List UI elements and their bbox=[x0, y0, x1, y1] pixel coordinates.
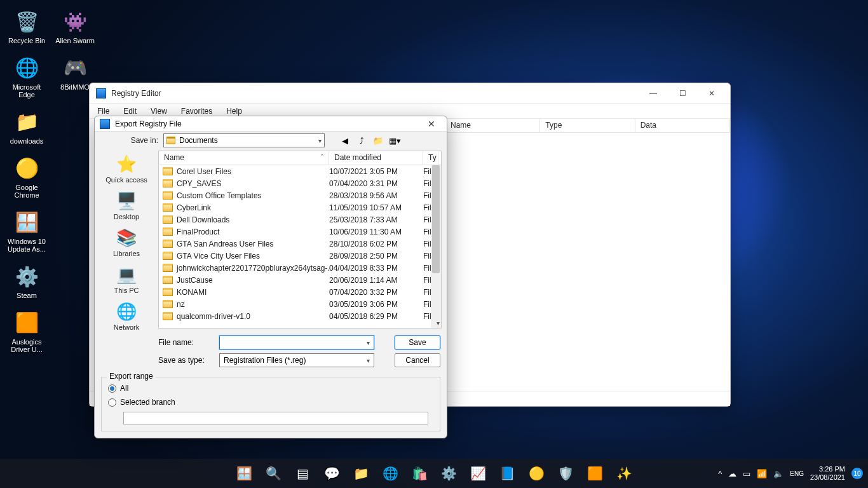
new-folder-button[interactable]: 📁 bbox=[372, 134, 384, 147]
desktop-icon[interactable]: 🗑️Recycle Bin bbox=[4, 8, 50, 45]
tray-battery-icon[interactable]: ▭ bbox=[743, 469, 750, 478]
desktop-icon[interactable]: 👾Alien Swarm bbox=[52, 8, 98, 45]
regedit-col[interactable]: Data bbox=[635, 119, 730, 132]
icon-label: Microsoft Edge bbox=[4, 83, 50, 99]
tray-volume-icon[interactable]: 🔈 bbox=[773, 469, 783, 478]
places-item[interactable]: 🖥️Desktop bbox=[100, 190, 153, 220]
dialog-titlebar[interactable]: Export Registry File ✕ bbox=[95, 116, 447, 132]
list-item[interactable]: JustCause20/06/2019 1:14 AMFil bbox=[159, 274, 441, 286]
column-date[interactable]: Date modified bbox=[329, 151, 423, 165]
list-item[interactable]: CPY_SAVES07/04/2020 3:31 PMFil bbox=[159, 177, 441, 189]
desktop-icon[interactable]: 🟡Google Chrome bbox=[4, 154, 50, 200]
taskbar-start-button[interactable]: 🪟 bbox=[231, 461, 257, 486]
scrollbar-thumb[interactable] bbox=[432, 165, 440, 273]
cancel-button[interactable]: Cancel bbox=[395, 353, 440, 367]
place-icon: 📚 bbox=[114, 227, 139, 248]
list-item[interactable]: johnwickchapter22017720pblurayx264ytsag-… bbox=[159, 262, 441, 274]
taskbar-edge-button[interactable]: 🌐 bbox=[377, 461, 403, 486]
taskbar-store-button[interactable]: 🛍️ bbox=[407, 461, 432, 486]
system-tray[interactable]: ^ ☁ ▭ 📶 🔈 ENG 3:26 PM 23/08/2021 10 bbox=[718, 465, 863, 481]
notification-badge[interactable]: 10 bbox=[851, 468, 863, 479]
app-icon: 🎮 bbox=[61, 54, 89, 82]
up-one-level-button[interactable]: ⤴ bbox=[355, 134, 368, 147]
taskbar-chat-button[interactable]: 💬 bbox=[319, 461, 344, 486]
list-item[interactable]: Custom Office Templates28/03/2018 9:56 A… bbox=[159, 189, 441, 201]
menu-favorites[interactable]: Favorites bbox=[179, 105, 215, 117]
list-item[interactable]: nz03/05/2019 3:06 PMFil bbox=[159, 298, 441, 310]
radio-icon bbox=[108, 384, 116, 393]
places-item[interactable]: ⭐Quick access bbox=[100, 153, 153, 184]
selected-branch-input[interactable] bbox=[123, 412, 428, 424]
app-icon: 🪟 bbox=[13, 208, 41, 236]
item-date: 10/07/2021 3:05 PM bbox=[329, 167, 423, 176]
dialog-toolbar: Save in: Documents ▾ ◀ ⤴ 📁 ▦▾ bbox=[95, 132, 447, 149]
savein-label: Save in: bbox=[101, 136, 158, 145]
list-item[interactable]: Dell Downloads25/03/2018 7:33 AMFil bbox=[159, 214, 441, 226]
radio-all[interactable]: All bbox=[108, 381, 433, 395]
places-item[interactable]: 📚Libraries bbox=[100, 227, 153, 257]
places-item[interactable]: 💻This PC bbox=[100, 264, 153, 294]
back-button[interactable]: ◀ bbox=[339, 134, 351, 147]
saveas-combo[interactable]: Registration Files (*.reg) ▾ bbox=[219, 353, 374, 367]
taskbar-security-button[interactable]: 🛡️ bbox=[553, 461, 578, 486]
column-type[interactable]: Ty bbox=[423, 151, 438, 165]
file-list-pane[interactable]: Name Date modified Ty Corel User Files10… bbox=[158, 151, 442, 329]
taskbar-explorer-button[interactable]: 📁 bbox=[348, 461, 374, 486]
regedit-col[interactable]: Name bbox=[445, 119, 540, 132]
list-item[interactable]: GTA San Andreas User Files28/10/2018 6:0… bbox=[159, 238, 441, 250]
file-list-header[interactable]: Name Date modified Ty bbox=[159, 151, 441, 165]
minimize-button[interactable]: — bbox=[639, 84, 668, 103]
taskbar-chrome-button[interactable]: 🟡 bbox=[524, 461, 549, 486]
list-item[interactable]: qualcomm-driver-v1.004/05/2018 6:29 PMFi… bbox=[159, 310, 441, 322]
desktop-icon[interactable]: 🟧Auslogics Driver U... bbox=[4, 309, 50, 354]
item-date: 03/05/2019 3:06 PM bbox=[329, 300, 423, 309]
regedit-values-pane[interactable]: NameTypeData bbox=[445, 119, 730, 391]
scrollbar-down-icon[interactable]: ▾ bbox=[437, 320, 440, 327]
taskbar-monitor-button[interactable]: 📈 bbox=[465, 461, 491, 486]
list-item[interactable]: Corel User Files10/07/2021 3:05 PMFil bbox=[159, 165, 441, 177]
radio-selected-branch[interactable]: Selected branch bbox=[108, 395, 433, 409]
radio-selected-label: Selected branch bbox=[120, 398, 175, 407]
tray-cloud-icon[interactable]: ☁ bbox=[728, 469, 736, 478]
view-menu-button[interactable]: ▦▾ bbox=[388, 134, 401, 147]
desktop-icon[interactable]: 🪟Windows 10 Update As... bbox=[4, 208, 50, 254]
column-name[interactable]: Name bbox=[159, 151, 329, 165]
folder-icon bbox=[163, 252, 173, 260]
regedit-col[interactable]: Type bbox=[540, 119, 635, 132]
taskbar-word-button[interactable]: 📘 bbox=[494, 461, 520, 486]
chevron-down-icon: ▾ bbox=[318, 137, 322, 144]
close-button[interactable]: ✕ bbox=[697, 84, 726, 103]
menu-edit[interactable]: Edit bbox=[121, 105, 139, 117]
taskbar-center: 🪟🔍▤💬📁🌐🛍️⚙️📈📘🟡🛡️🟧✨ bbox=[231, 461, 637, 486]
maximize-button[interactable]: ☐ bbox=[668, 84, 697, 103]
list-item[interactable]: FinalProduct10/06/2019 11:30 AMFil bbox=[159, 226, 441, 238]
taskbar-clock[interactable]: 3:26 PM 23/08/2021 bbox=[810, 465, 845, 481]
tray-chevron-up-icon[interactable]: ^ bbox=[718, 469, 722, 478]
item-date: 28/10/2018 6:02 PM bbox=[329, 240, 423, 248]
list-item[interactable]: CyberLink11/05/2019 10:57 AMFil bbox=[159, 201, 441, 214]
menu-view[interactable]: View bbox=[148, 105, 170, 117]
taskbar-app2-button[interactable]: ✨ bbox=[611, 461, 637, 486]
menu-help[interactable]: Help bbox=[224, 105, 245, 117]
folder-icon bbox=[166, 137, 175, 144]
taskbar-taskview-button[interactable]: ▤ bbox=[290, 461, 315, 486]
list-item[interactable]: KONAMI07/04/2020 3:32 PMFil bbox=[159, 286, 441, 298]
desktop-icon[interactable]: 📁downloads bbox=[4, 108, 50, 146]
places-item[interactable]: 🌐Network bbox=[100, 301, 153, 331]
savein-combo[interactable]: Documents ▾ bbox=[163, 133, 325, 147]
taskbar-settings-button[interactable]: ⚙️ bbox=[436, 461, 461, 486]
save-button[interactable]: Save bbox=[395, 336, 440, 349]
taskbar-search-button[interactable]: 🔍 bbox=[261, 461, 286, 486]
folder-icon bbox=[163, 167, 173, 175]
taskbar-app1-button[interactable]: 🟧 bbox=[582, 461, 607, 486]
tray-wifi-icon[interactable]: 📶 bbox=[757, 469, 767, 478]
filename-input[interactable]: ▾ bbox=[219, 336, 374, 349]
regedit-titlebar[interactable]: Registry Editor — ☐ ✕ bbox=[90, 83, 730, 104]
list-item[interactable]: GTA Vice City User Files28/09/2018 2:50 … bbox=[159, 250, 441, 262]
dialog-close-button[interactable]: ✕ bbox=[421, 119, 442, 129]
tray-language-icon[interactable]: ENG bbox=[790, 470, 804, 477]
menu-file[interactable]: File bbox=[95, 105, 112, 117]
file-list-scrollbar[interactable]: ▾ bbox=[431, 165, 441, 328]
desktop-icon[interactable]: ⚙️Steam bbox=[4, 262, 50, 300]
desktop-icon[interactable]: 🌐Microsoft Edge bbox=[4, 54, 50, 99]
